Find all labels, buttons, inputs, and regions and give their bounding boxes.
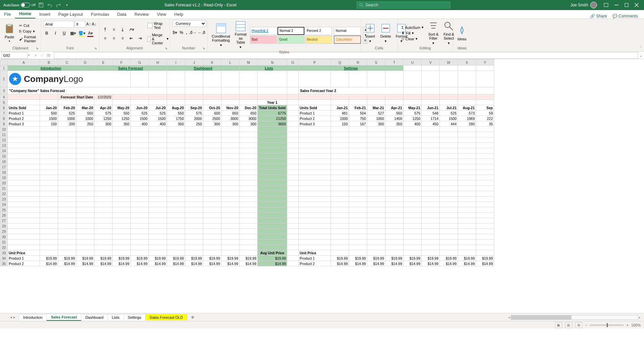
cell[interactable] — [331, 207, 349, 213]
month-header[interactable]: Jan-20 — [40, 105, 58, 111]
cell[interactable] — [167, 170, 185, 175]
total-units-header[interactable]: Total Units Sold — [258, 105, 287, 111]
cell[interactable] — [185, 223, 203, 229]
cell[interactable] — [240, 218, 258, 223]
cell[interactable] — [94, 197, 113, 202]
col-header[interactable]: N — [258, 59, 287, 66]
units-value[interactable]: 1458 — [385, 116, 403, 121]
cell[interactable] — [221, 94, 240, 100]
cell[interactable] — [221, 223, 240, 229]
cell[interactable] — [167, 180, 185, 186]
cell[interactable] — [8, 137, 40, 143]
cell[interactable] — [58, 148, 76, 154]
cell[interactable] — [240, 223, 258, 229]
row-header[interactable]: 24 — [0, 202, 8, 207]
cell[interactable] — [367, 159, 385, 164]
cell[interactable] — [331, 245, 349, 250]
cell[interactable] — [440, 186, 458, 191]
cell[interactable] — [476, 239, 494, 245]
cell[interactable] — [203, 213, 221, 218]
cell[interactable] — [94, 159, 113, 164]
cell[interactable] — [40, 207, 58, 213]
save-icon[interactable] — [38, 2, 44, 8]
row-header[interactable]: 1 — [0, 66, 8, 71]
cell[interactable] — [422, 245, 440, 250]
merge-center-button[interactable]: Merge & Center ▾ — [146, 33, 170, 45]
sheet-tab-lists[interactable]: Lists — [108, 314, 124, 320]
cell[interactable] — [422, 223, 440, 229]
cell[interactable] — [58, 229, 76, 234]
cell[interactable] — [40, 175, 58, 180]
cell[interactable] — [476, 234, 494, 239]
cell[interactable] — [94, 223, 113, 229]
cell[interactable] — [131, 229, 149, 234]
cell[interactable] — [240, 154, 258, 159]
cell[interactable] — [8, 132, 40, 137]
cell[interactable] — [203, 207, 221, 213]
cell[interactable] — [40, 245, 58, 250]
cell[interactable] — [76, 143, 94, 148]
cell[interactable] — [167, 154, 185, 159]
price-value[interactable]: $19.99 — [58, 256, 76, 261]
units-value[interactable]: 500 — [40, 111, 58, 116]
price-value[interactable]: $14.99 — [458, 261, 476, 266]
tab-data[interactable]: Data — [113, 10, 130, 18]
cell[interactable] — [403, 213, 422, 218]
cell[interactable] — [185, 202, 203, 207]
hscroll-left-icon[interactable]: ◂ — [508, 316, 510, 319]
units-value[interactable]: 3000 — [221, 116, 240, 121]
cell[interactable] — [299, 218, 331, 223]
row-header[interactable]: 8 — [0, 116, 8, 121]
cell[interactable] — [167, 100, 185, 105]
cell[interactable] — [349, 223, 367, 229]
tab-home[interactable]: Home — [15, 10, 35, 18]
cell[interactable] — [385, 127, 403, 132]
row-header[interactable]: 35 — [0, 261, 8, 266]
cell[interactable] — [287, 191, 299, 197]
cell[interactable] — [240, 207, 258, 213]
cell[interactable] — [221, 137, 240, 143]
unit-price-header[interactable]: Unit Price — [8, 250, 40, 256]
cell[interactable] — [221, 202, 240, 207]
cell[interactable] — [367, 218, 385, 223]
total-value[interactable]: 6775 — [258, 111, 287, 116]
cell[interactable] — [349, 148, 367, 154]
cell[interactable] — [349, 250, 367, 256]
cell[interactable] — [131, 250, 149, 256]
comma-format-icon[interactable]: , — [186, 30, 187, 36]
cell[interactable] — [131, 170, 149, 175]
cell[interactable] — [58, 180, 76, 186]
product-name[interactable]: Product 2 — [8, 116, 40, 121]
cell[interactable] — [167, 223, 185, 229]
cell[interactable] — [221, 218, 240, 223]
cell[interactable] — [440, 170, 458, 175]
price-value[interactable]: $19.99 — [331, 256, 349, 261]
style-bad[interactable]: Bad — [250, 36, 277, 44]
cell[interactable] — [240, 175, 258, 180]
cell[interactable] — [403, 234, 422, 239]
cell[interactable] — [167, 202, 185, 207]
zoom-out-icon[interactable]: − — [585, 323, 587, 327]
cell[interactable] — [385, 94, 403, 100]
align-left-icon[interactable]: ≡ — [102, 35, 108, 41]
align-bottom-icon[interactable]: ⭳ — [120, 27, 126, 33]
product-name[interactable]: Product 1 — [8, 111, 40, 116]
cell[interactable] — [221, 239, 240, 245]
month-header[interactable]: Mar-20 — [76, 105, 94, 111]
cell[interactable] — [331, 234, 349, 239]
cell[interactable] — [440, 229, 458, 234]
conditional-formatting-button[interactable]: Conditional Formatting ▾ — [210, 22, 231, 48]
cell[interactable] — [203, 197, 221, 202]
cell[interactable] — [185, 164, 203, 170]
price-value[interactable]: $14.99 — [349, 261, 367, 266]
cell[interactable] — [440, 159, 458, 164]
cell[interactable] — [149, 234, 167, 239]
cell[interactable] — [149, 229, 167, 234]
cell[interactable] — [385, 186, 403, 191]
cell[interactable] — [367, 229, 385, 234]
cell[interactable] — [349, 159, 367, 164]
cell[interactable] — [440, 71, 458, 87]
cell[interactable] — [40, 186, 58, 191]
cell[interactable] — [149, 239, 167, 245]
cell[interactable] — [185, 127, 203, 132]
